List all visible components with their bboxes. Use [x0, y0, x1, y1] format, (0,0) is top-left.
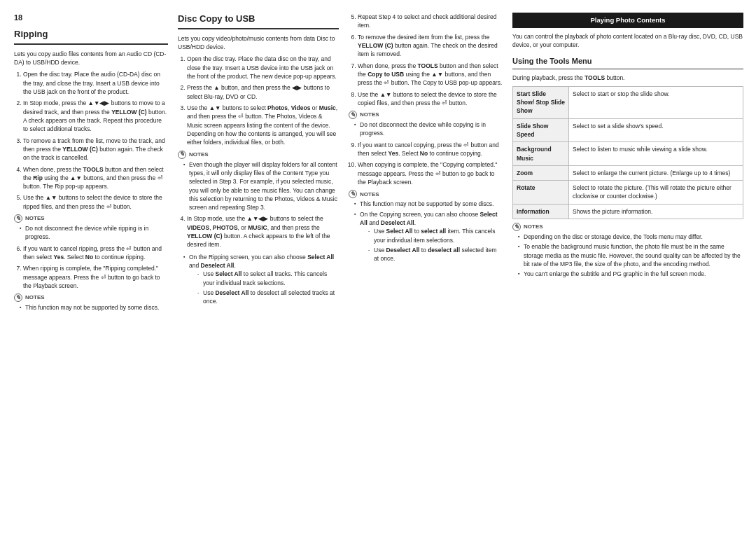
copy-notes1-list: Do not disconnect the device while copyi… — [349, 120, 503, 138]
ripping-step-4: When done, press the TOOLS button and th… — [23, 165, 168, 191]
tools-label-2: Background Music — [513, 142, 569, 166]
tools-desc-1: Select to set a slide show's speed. — [569, 118, 743, 142]
tools-row-4: Rotate Select to rotate the picture. (Th… — [513, 181, 743, 205]
ripping-step-3: To remove a track from the list, move to… — [23, 137, 168, 162]
page-number: 18 — [14, 13, 168, 24]
ripping-step-7: When ripping is complete, the "Ripping c… — [23, 264, 168, 290]
disc-copy-step-4: In Stop mode, use the ▲▼◀▶ buttons to se… — [187, 214, 339, 249]
copy-note-1: Do not disconnect the device while copyi… — [354, 120, 503, 138]
disc-copy-dash-2: Use Deselect All to deselect all selecte… — [197, 289, 339, 306]
note-icon-5: ✎ — [349, 190, 357, 198]
disc-copy-intro: Lets you copy video/photo/music contents… — [178, 34, 339, 52]
copy-dash-list: Use Select All to select all item. This … — [360, 227, 503, 263]
ripping-note-1: Do not disconnect the device while rippi… — [20, 224, 168, 242]
copy-step-5: Repeat Step 4 to select and check additi… — [358, 13, 503, 30]
disc-copy-steps-list: Open the disc tray. Place the data disc … — [178, 55, 339, 146]
copy-step-10: When copying is complete, the "Copying c… — [358, 160, 503, 186]
ripping-title: Ripping — [14, 28, 168, 45]
tools-row-5: Information Shows the picture informatio… — [513, 204, 743, 219]
tools-notes-list: Depending on the disc or storage device,… — [512, 233, 743, 279]
playing-photo-header: Playing Photo Contents — [512, 13, 743, 28]
copy-steps-list: Repeat Step 4 to select and check additi… — [349, 13, 503, 107]
disc-copy-bullet-list: On the Ripping screen, you can also choo… — [178, 253, 339, 306]
tools-table: Start Slide Show/ Stop Slide Show Select… — [512, 86, 743, 219]
disc-copy-step-1: Open the disc tray. Place the data disc … — [187, 55, 339, 81]
ripping-step-5: Use the ▲▼ buttons to select the device … — [23, 193, 168, 211]
note-icon-1: ✎ — [14, 214, 22, 223]
disc-copy-bullet-1: On the Ripping screen, you can also choo… — [183, 253, 339, 306]
ripping-step-2: In Stop mode, press the ▲▼◀▶ buttons to … — [23, 99, 168, 133]
tools-note-1: To enable the background music function,… — [518, 242, 743, 268]
tools-desc-3: Select to enlarge the current picture. (… — [569, 165, 743, 180]
disc-copy-dash-list: Use Select All to select all tracks. Thi… — [189, 270, 339, 305]
tools-label-3: Zoom — [513, 165, 569, 180]
note-icon-2: ✎ — [14, 293, 22, 302]
tools-label-5: Information — [513, 204, 569, 219]
ripping-intro: Lets you copy audio files contents from … — [14, 50, 168, 67]
disc-copy-steps2-list: In Stop mode, use the ▲▼◀▶ buttons to se… — [178, 214, 339, 249]
tools-row-0: Start Slide Show/ Stop Slide Show Select… — [513, 86, 743, 118]
ripping-section: 18 Ripping Lets you copy audio files con… — [14, 13, 168, 315]
playing-photo-section: Playing Photo Contents You can control t… — [512, 13, 743, 315]
ripping-notes2-header: ✎ NOTES — [14, 293, 168, 302]
tools-menu-title: Using the Tools Menu — [512, 56, 743, 69]
tools-label-0: Start Slide Show/ Stop Slide Show — [513, 86, 569, 118]
tools-row-2: Background Music Select to listen to mus… — [513, 142, 743, 166]
copy-note-3: On the Copying screen, you can also choo… — [354, 210, 503, 263]
ripping-note-2: This function may not be supported by so… — [20, 303, 168, 312]
copy-step-9: If you want to cancel copying, press the… — [358, 141, 503, 158]
tools-desc-4: Select to rotate the picture. (This will… — [569, 181, 743, 205]
ripping-step-6: If you want to cancel ripping, press the… — [23, 244, 168, 262]
copy-dash-1: Use Select All to select all item. This … — [368, 227, 503, 244]
ripping-steps2-list: If you want to cancel ripping, press the… — [14, 244, 168, 291]
copy-notes2-list: This function may not be supported by so… — [349, 200, 503, 263]
copy-notes2-header: ✎ NOTES — [349, 190, 503, 198]
copy-step-6: To remove the desired item from the list… — [358, 33, 503, 59]
note-icon-3: ✎ — [178, 151, 186, 159]
note-icon-6: ✎ — [512, 223, 521, 231]
copy-dash-2: Use Deselect All to deselect all selecte… — [368, 246, 503, 263]
copy-note-2: This function may not be supported by so… — [354, 200, 503, 208]
ripping-notes2-list: This function may not be supported by so… — [14, 303, 168, 312]
ripping-step-1: Open the disc tray. Place the audio (CD-… — [23, 70, 168, 96]
disc-copy-note-1: Even though the player will display fold… — [183, 160, 339, 212]
tools-desc-5: Shows the picture information. — [569, 204, 743, 219]
tools-intro: During playback, press the TOOLS button. — [512, 74, 743, 82]
tools-label-1: Slide Show Speed — [513, 118, 569, 142]
tools-note-2: You can't enlarge the subtitle and PG gr… — [518, 270, 743, 278]
tools-label-4: Rotate — [513, 181, 569, 205]
playing-photo-intro: You can control the playback of photo co… — [512, 32, 743, 50]
disc-copy-section: Disc Copy to USB Lets you copy video/pho… — [178, 13, 339, 315]
tools-desc-0: Select to start or stop the slide show. — [569, 86, 743, 118]
tools-row-3: Zoom Select to enlarge the current pictu… — [513, 165, 743, 180]
tools-desc-2: Select to listen to music while viewing … — [569, 142, 743, 166]
disc-copy-step-2: Press the ▲ button, and then press the ◀… — [187, 83, 339, 101]
copy-notes1-header: ✎ NOTES — [349, 111, 503, 119]
note-icon-4: ✎ — [349, 111, 357, 119]
ripping-notes1-header: ✎ NOTES — [14, 214, 168, 223]
disc-copy-dash-1: Use Select All to select all tracks. Thi… — [197, 270, 339, 287]
tools-note-0: Depending on the disc or storage device,… — [518, 233, 743, 241]
copy-steps2-list: If you want to cancel copying, press the… — [349, 141, 503, 187]
copy-cont-section: Repeat Step 4 to select and check additi… — [349, 13, 503, 315]
tools-row-1: Slide Show Speed Select to set a slide s… — [513, 118, 743, 142]
disc-copy-notes1-header: ✎ NOTES — [178, 151, 339, 159]
ripping-notes1-list: Do not disconnect the device while rippi… — [14, 224, 168, 242]
ripping-steps-list: Open the disc tray. Place the audio (CD-… — [14, 70, 168, 211]
copy-step-7: When done, press the TOOLS button and th… — [358, 62, 503, 88]
disc-copy-notes1-list: Even though the player will display fold… — [178, 160, 339, 212]
disc-copy-title: Disc Copy to USB — [178, 13, 339, 29]
copy-step-8: Use the ▲▼ buttons to select the device … — [358, 90, 503, 108]
tools-notes-header: ✎ NOTES — [512, 223, 743, 231]
disc-copy-step-3: Use the ▲▼ buttons to select Photos, Vid… — [187, 104, 339, 147]
